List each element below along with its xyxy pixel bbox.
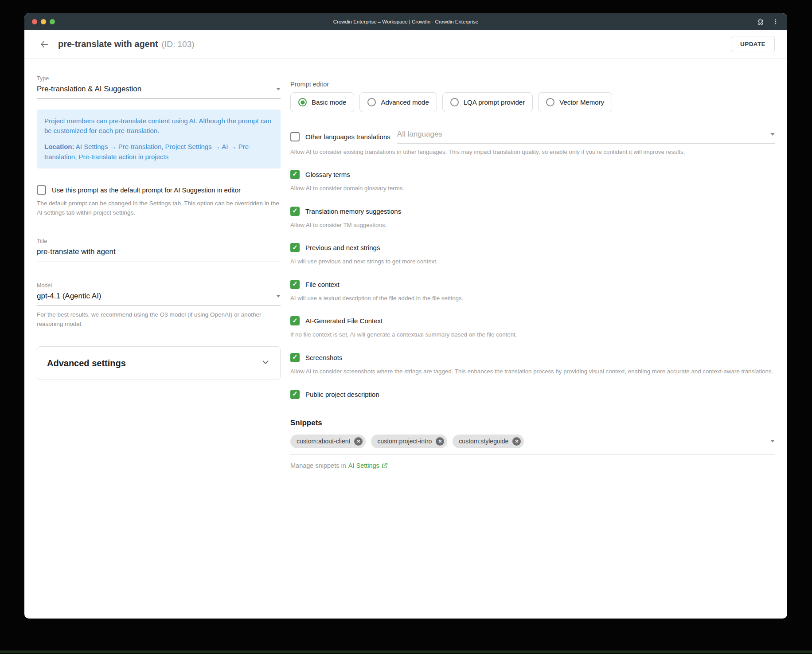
context-option: Public project description xyxy=(290,390,775,399)
chevron-down-icon xyxy=(770,133,775,136)
option-help: If no file context is set, AI will gener… xyxy=(290,330,775,340)
option-label: Translation memory suggestions xyxy=(305,208,401,215)
external-link-icon xyxy=(382,462,388,469)
ai-settings-link[interactable]: AI Settings xyxy=(348,462,379,469)
default-prompt-help: The default prompt can be changed in the… xyxy=(37,199,281,218)
snippet-chip: custom:about-client xyxy=(290,435,366,448)
snippets-heading: Snippets xyxy=(290,419,775,427)
maximize-window-button[interactable] xyxy=(50,19,55,24)
page-title: pre-translate with agent xyxy=(58,39,158,49)
page-id-badge: (ID: 103) xyxy=(162,39,195,49)
option-label: Public project description xyxy=(305,391,379,398)
browser-menu-icon[interactable] xyxy=(772,18,779,25)
prompt-editor-label: Prompt editor xyxy=(290,81,775,88)
radio-icon xyxy=(367,98,376,106)
option-checkbox[interactable] xyxy=(290,353,300,362)
context-options-list: Glossary terms Allow AI to consider doma… xyxy=(290,170,775,399)
model-select-value: gpt-4.1 (Agentic AI) xyxy=(37,292,102,301)
right-column: Prompt editor Basic mode Advanced mode xyxy=(290,75,775,619)
chevron-down-icon xyxy=(276,88,281,90)
prompt-editor-mode-group: Basic mode Advanced mode LQA prompt prov… xyxy=(290,92,775,112)
type-select-field[interactable]: Type Pre-translation & AI Suggestion xyxy=(37,75,281,99)
radio-icon xyxy=(546,98,554,106)
option-checkbox[interactable] xyxy=(290,207,300,216)
mode-label: Vector Memory xyxy=(559,98,604,106)
other-languages-row: Other languages translations All languag… xyxy=(290,130,775,144)
browser-tab-title: Crowdin Enterprise – Workspace | Crowdin… xyxy=(24,19,787,24)
languages-select[interactable]: All languages xyxy=(397,130,775,144)
context-option: AI-Generated File Context If no file con… xyxy=(290,316,775,340)
option-checkbox[interactable] xyxy=(290,170,300,179)
info-location-label: Location: xyxy=(44,143,74,150)
default-prompt-checkbox[interactable] xyxy=(37,185,46,195)
option-checkbox[interactable] xyxy=(290,243,300,252)
traffic-lights xyxy=(32,19,55,24)
model-help: For the best results, we recommend using… xyxy=(37,310,281,329)
prompt-editor-mode-option[interactable]: Basic mode xyxy=(290,92,354,112)
prompt-editor-mode-option[interactable]: LQA prompt provider xyxy=(442,92,533,112)
default-prompt-section: Use this prompt as the default prompt fo… xyxy=(37,185,281,218)
manage-snippets-prefix: Manage snippets in xyxy=(290,462,346,469)
other-languages-label: Other languages translations xyxy=(305,133,390,141)
title-input-value: pre-translate with agent xyxy=(37,247,116,256)
title-field[interactable]: Title pre-translate with agent xyxy=(37,238,281,262)
type-label: Type xyxy=(37,75,281,82)
advanced-settings-title: Advanced settings xyxy=(47,358,126,368)
info-paragraph: Project members can pre-translate conten… xyxy=(44,116,273,136)
dock-hint-strip xyxy=(0,650,812,653)
minimize-window-button[interactable] xyxy=(41,19,46,24)
radio-icon xyxy=(298,98,307,106)
other-languages-help: Allow AI to consider existing translatio… xyxy=(290,148,775,157)
option-label: Previous and next strings xyxy=(305,244,380,251)
option-help: AI will use a textual description of the… xyxy=(290,294,775,303)
option-label: AI-Generated File Context xyxy=(305,317,383,325)
snippet-chip-label: custom:project-intro xyxy=(377,438,432,445)
snippet-chip-label: custom:about-client xyxy=(297,438,350,445)
browser-window: Crowdin Enterprise – Workspace | Crowdin… xyxy=(24,13,787,619)
chevron-down-icon xyxy=(261,357,270,369)
option-help: AI will use previous and next strings to… xyxy=(290,257,775,266)
snippet-chips: custom:about-client custom:project-intro… xyxy=(290,435,524,448)
type-select-value: Pre-translation & AI Suggestion xyxy=(37,85,141,94)
languages-select-placeholder: All languages xyxy=(397,130,442,139)
option-help: Allow AI to consider TM suggestions. xyxy=(290,221,775,230)
context-option: Glossary terms Allow AI to consider doma… xyxy=(290,170,775,193)
info-box: Project members can pre-translate conten… xyxy=(37,110,281,168)
advanced-settings-accordion[interactable]: Advanced settings xyxy=(37,346,281,380)
option-label: Screenshots xyxy=(305,354,342,361)
remove-chip-icon[interactable] xyxy=(354,437,363,446)
option-label: File context xyxy=(305,281,340,288)
main-content: Type Pre-translation & AI Suggestion Pro… xyxy=(24,59,787,619)
prompt-editor-mode-option[interactable]: Advanced mode xyxy=(359,92,437,112)
snippet-chip-label: custom:styleguide xyxy=(459,438,508,445)
mode-label: Basic mode xyxy=(312,98,346,106)
context-option: File context AI will use a textual descr… xyxy=(290,280,775,303)
browser-titlebar: Crowdin Enterprise – Workspace | Crowdin… xyxy=(24,13,787,30)
chevron-down-icon xyxy=(276,295,281,298)
option-checkbox[interactable] xyxy=(290,280,300,289)
remove-chip-icon[interactable] xyxy=(436,437,444,446)
context-option: Previous and next strings AI will use pr… xyxy=(290,243,775,266)
option-checkbox[interactable] xyxy=(290,390,300,399)
info-location: Location: AI Settings → Pre-translation,… xyxy=(44,142,273,161)
remove-chip-icon[interactable] xyxy=(512,437,521,446)
back-arrow-icon[interactable] xyxy=(37,37,52,52)
context-option: Screenshots Allow AI to consider screens… xyxy=(290,353,775,376)
manage-snippets-line: Manage snippets in AI Settings xyxy=(290,462,775,469)
model-select-field[interactable]: Model gpt-4.1 (Agentic AI) For the best … xyxy=(37,282,281,329)
mode-label: Advanced mode xyxy=(381,98,429,106)
mode-label: LQA prompt provider xyxy=(464,98,525,106)
default-prompt-label: Use this prompt as the default prompt fo… xyxy=(52,186,241,194)
radio-icon xyxy=(450,98,459,106)
option-label: Glossary terms xyxy=(305,171,350,178)
snippet-chip: custom:styleguide xyxy=(453,435,524,448)
option-checkbox[interactable] xyxy=(290,316,300,325)
left-column: Type Pre-translation & AI Suggestion Pro… xyxy=(37,75,281,619)
update-button[interactable]: UPDATE xyxy=(731,36,775,52)
prompt-editor-mode-option[interactable]: Vector Memory xyxy=(538,92,612,112)
page-header: pre-translate with agent (ID: 103) UPDAT… xyxy=(24,30,787,59)
snippets-select[interactable]: custom:about-client custom:project-intro… xyxy=(290,435,775,454)
extensions-icon[interactable] xyxy=(757,18,764,26)
other-languages-checkbox[interactable] xyxy=(290,132,300,141)
close-window-button[interactable] xyxy=(32,19,37,24)
